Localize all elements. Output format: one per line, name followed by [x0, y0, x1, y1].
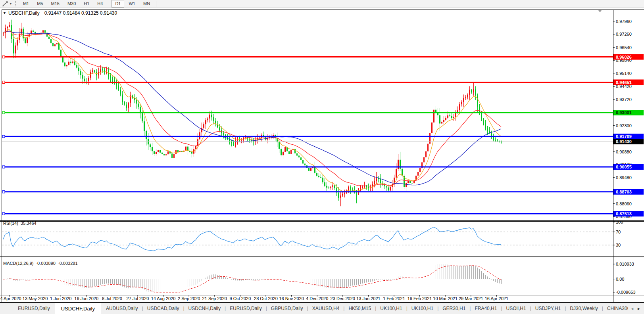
rsi-name: RSI(14): [3, 221, 18, 226]
chart-tab-dj30-weekly[interactable]: DJ30,Weekly: [566, 303, 601, 314]
macd-signal-line: [3, 266, 501, 292]
chart-tab-usdcad-daily[interactable]: USDCAD,Daily: [144, 303, 183, 314]
chart-title-symbol: USDCHF,Daily: [8, 10, 40, 16]
timeframe-button-w1[interactable]: W1: [125, 0, 139, 8]
tab-scroll-controls: ◄ ►: [628, 303, 644, 314]
macd-tick-label: 0.00: [616, 277, 624, 281]
line-anchor-handle[interactable]: [2, 81, 5, 84]
line-anchor-handle[interactable]: [2, 135, 5, 138]
current-price-badge-label: 0.91430: [616, 139, 632, 144]
date-tick-label: 21 Sep 2020: [202, 296, 227, 301]
line-price-badge-label: 0.93001: [616, 110, 632, 115]
price-tick-label: 0.96540: [616, 45, 632, 50]
date-tick-label: 13 May 2020: [23, 296, 48, 301]
rsi-tick-label: 70: [616, 230, 621, 234]
line-price-badge-label: 0.94651: [616, 80, 632, 85]
chart-tab-eurusd-daily[interactable]: EURUSD,Daily: [226, 303, 265, 314]
macd-tick-label: 0.010933: [616, 262, 634, 266]
timeframe-button-mn[interactable]: MN: [140, 0, 154, 8]
timeframe-button-m5[interactable]: M5: [33, 0, 46, 8]
macd-name: MACD(12,26,9): [3, 261, 33, 266]
tool-dropdown-caret-icon[interactable]: ▼: [9, 2, 12, 6]
date-tick-label: 2 Sep 2020: [178, 296, 200, 301]
rsi-tick-label: 100: [616, 220, 623, 224]
ma-medium: [3, 31, 501, 186]
date-tick-label: 14 Aug 2020: [151, 296, 176, 301]
price-tick-label: 0.95140: [616, 71, 632, 76]
line-price-badge-label: 0.96026: [616, 55, 632, 59]
timeframe-button-h4[interactable]: H4: [94, 0, 106, 8]
date-tick-label: 19 Feb 2021: [408, 296, 432, 301]
line-anchor-handle[interactable]: [2, 111, 5, 114]
line-price-badge-label: 0.87513: [616, 211, 632, 216]
date-tick-label: 29 Mar 2021: [459, 296, 483, 301]
line-price-badge-label: 0.88703: [616, 190, 632, 194]
chart-tab-xauusd-h4[interactable]: XAUUSD,H4: [309, 303, 343, 314]
macd-signal-value: -0.003281: [58, 261, 78, 266]
macd-tick-label: -0.009653: [616, 290, 636, 295]
window-collapse-icon[interactable]: ▼: [3, 11, 6, 15]
price-tick-label: 0.92300: [616, 123, 632, 128]
timeframe-button-m15[interactable]: M15: [47, 0, 63, 8]
chart-tab-uk100-h1[interactable]: UK100,H1: [377, 303, 406, 314]
chart-tab-audusd-daily[interactable]: AUDUSD,Daily: [102, 303, 142, 314]
object-lines-layer: [2, 56, 613, 215]
timeframe-toolbar: ▼ M1M5M15M30H1H4D1W1MN: [0, 0, 644, 8]
chart-tabs-bar: EURUSD,DailyUSDCHF,DailyAUDUSD,Daily|USD…: [0, 303, 644, 314]
date-tick-label: 9 Oct 2020: [229, 296, 251, 301]
chart-tab-usdchf-daily[interactable]: USDCHF,Daily: [55, 303, 101, 314]
chart-tab-uk100-h1[interactable]: UK100,H1: [408, 303, 437, 314]
chart-canvas[interactable]: 0.979600.972600.965400.958400.951400.944…: [0, 8, 644, 303]
price-tick-label: 0.90880: [616, 149, 632, 154]
tab-scroll-left-icon[interactable]: ◄: [630, 306, 634, 311]
toolbar-separator: [109, 1, 109, 7]
toolbar-separator: [156, 1, 156, 7]
chart-tab-hk50-m15[interactable]: HK50,M15: [345, 303, 375, 314]
chart-shift-marker[interactable]: [598, 10, 602, 12]
date-tick-label: 10 Mar 2021: [433, 296, 458, 301]
macd-histogram: [4, 264, 502, 292]
line-price-badge-label: 0.91709: [616, 134, 632, 139]
price-tick-label: 0.89480: [616, 175, 632, 180]
date-tick-label: 23 Dec 2020: [331, 296, 355, 301]
macd-main-value: -0.003890: [36, 261, 56, 266]
chart-tab-usdjpy-h1[interactable]: USDJPY,H1: [532, 303, 564, 314]
chart-tab-gbpusd-daily[interactable]: GBPUSD,Daily: [267, 303, 307, 314]
rsi-value: 35.3464: [21, 221, 37, 226]
chart-tab-eurusd-daily[interactable]: EURUSD,Daily: [14, 303, 54, 314]
date-tick-label: 19 Jun 2020: [75, 296, 99, 301]
chart-tab-fra40-h1[interactable]: FRA40,H1: [471, 303, 500, 314]
rsi-tick-label: 30: [616, 243, 621, 247]
pane-borders: [0, 10, 644, 303]
line-anchor-handle[interactable]: [2, 213, 5, 215]
price-tick-label: 0.93720: [616, 97, 632, 102]
timeframe-button-m1[interactable]: M1: [19, 0, 33, 8]
date-tick-label: 28 Oct 2020: [254, 296, 278, 301]
timeframe-button-d1[interactable]: D1: [111, 0, 124, 8]
price-tick-label: 0.88060: [616, 201, 632, 206]
price-tick-label: 0.97260: [616, 32, 632, 36]
macd-label: MACD(12,26,9)-0.003890-0.003281: [3, 261, 78, 266]
date-tick-label: 1 Jun 2020: [50, 296, 71, 301]
line-anchor-handle[interactable]: [2, 56, 5, 58]
price-tick-label: 0.97960: [616, 19, 632, 24]
ma-slow: [3, 32, 501, 185]
line-anchor-handle[interactable]: [2, 191, 5, 193]
line-anchor-handle[interactable]: [2, 166, 5, 168]
date-tick-label: 13 Jan 2021: [356, 296, 381, 301]
date-tick-label: 16 Apr 2021: [485, 296, 508, 301]
chart-title: USDCHF,Daily0.91447 0.91484 0.91325 0.91…: [8, 10, 117, 16]
timeframe-button-h1[interactable]: H1: [80, 0, 93, 8]
line-studies-icon-glyph: [2, 1, 8, 7]
plot-layer: [2, 20, 613, 292]
timeframe-button-m30[interactable]: M30: [64, 0, 79, 8]
tab-scroll-right-icon[interactable]: ►: [637, 306, 641, 311]
chart-tab-usoil-h1[interactable]: USOil,H1: [503, 303, 530, 314]
chart-tab-ger30-h1[interactable]: GER30,H1: [439, 303, 469, 314]
date-tick-label: 4 Dec 2020: [306, 296, 328, 301]
toolbar-grip[interactable]: [15, 1, 16, 6]
chart-tab-usdcnh-daily[interactable]: USDCNH,Daily: [185, 303, 224, 314]
line-studies-icon[interactable]: [2, 1, 8, 7]
mt4-window: ▼ M1M5M15M30H1H4D1W1MN 0.979600.972600.9…: [0, 0, 644, 314]
date-tick-label: 27 Jul 2020: [127, 296, 149, 301]
